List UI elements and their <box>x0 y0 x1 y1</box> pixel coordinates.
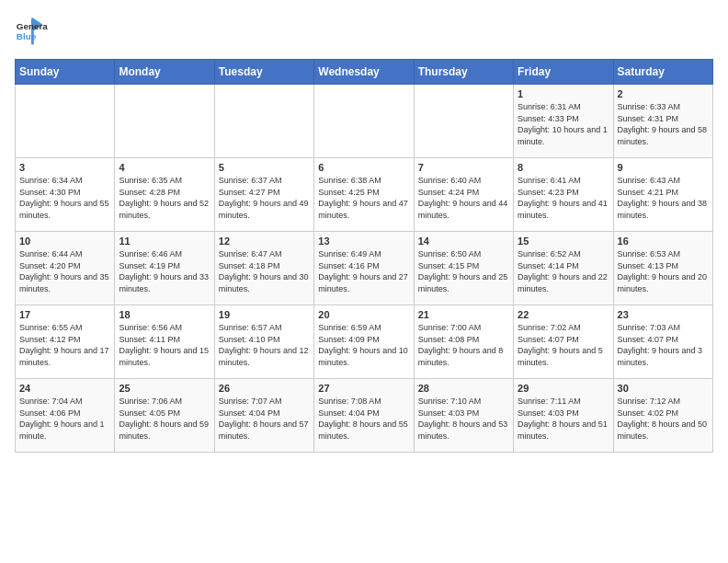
calendar-cell: 19Sunrise: 6:57 AM Sunset: 4:10 PM Dayli… <box>214 305 313 379</box>
day-info: Sunrise: 6:33 AM Sunset: 4:31 PM Dayligh… <box>618 101 709 147</box>
day-number: 4 <box>119 162 210 173</box>
calendar-cell: 18Sunrise: 6:56 AM Sunset: 4:11 PM Dayli… <box>115 305 214 379</box>
column-header-monday: Monday <box>115 60 214 85</box>
calendar-cell: 13Sunrise: 6:49 AM Sunset: 4:16 PM Dayli… <box>314 232 414 305</box>
day-number: 1 <box>518 88 609 99</box>
day-number: 12 <box>219 236 310 247</box>
day-number: 26 <box>219 383 310 394</box>
calendar-cell: 22Sunrise: 7:02 AM Sunset: 4:07 PM Dayli… <box>514 305 613 379</box>
day-info: Sunrise: 7:10 AM Sunset: 4:03 PM Dayligh… <box>418 396 509 442</box>
day-info: Sunrise: 6:46 AM Sunset: 4:19 PM Dayligh… <box>119 248 210 294</box>
calendar-cell: 11Sunrise: 6:46 AM Sunset: 4:19 PM Dayli… <box>115 232 214 305</box>
day-info: Sunrise: 7:08 AM Sunset: 4:04 PM Dayligh… <box>318 396 409 442</box>
day-info: Sunrise: 6:50 AM Sunset: 4:15 PM Dayligh… <box>418 248 509 294</box>
day-info: Sunrise: 7:00 AM Sunset: 4:08 PM Dayligh… <box>418 322 509 368</box>
day-number: 28 <box>418 383 509 394</box>
calendar-cell: 5Sunrise: 6:37 AM Sunset: 4:27 PM Daylig… <box>214 158 313 232</box>
calendar-cell <box>314 85 414 158</box>
calendar-header-row: SundayMondayTuesdayWednesdayThursdayFrid… <box>16 60 713 85</box>
day-info: Sunrise: 6:47 AM Sunset: 4:18 PM Dayligh… <box>219 248 310 294</box>
day-number: 8 <box>518 162 609 173</box>
day-info: Sunrise: 7:06 AM Sunset: 4:05 PM Dayligh… <box>119 396 210 442</box>
day-info: Sunrise: 6:41 AM Sunset: 4:23 PM Dayligh… <box>518 175 609 221</box>
calendar-cell: 21Sunrise: 7:00 AM Sunset: 4:08 PM Dayli… <box>414 305 513 379</box>
calendar-cell: 26Sunrise: 7:07 AM Sunset: 4:04 PM Dayli… <box>214 379 313 453</box>
column-header-saturday: Saturday <box>613 60 712 85</box>
day-number: 16 <box>618 236 709 247</box>
calendar-cell: 20Sunrise: 6:59 AM Sunset: 4:09 PM Dayli… <box>314 305 414 379</box>
calendar-cell: 27Sunrise: 7:08 AM Sunset: 4:04 PM Dayli… <box>314 379 414 453</box>
calendar-cell: 24Sunrise: 7:04 AM Sunset: 4:06 PM Dayli… <box>16 379 115 453</box>
calendar-week-3: 10Sunrise: 6:44 AM Sunset: 4:20 PM Dayli… <box>16 232 713 305</box>
calendar-cell: 15Sunrise: 6:52 AM Sunset: 4:14 PM Dayli… <box>514 232 613 305</box>
day-number: 19 <box>219 309 310 320</box>
day-info: Sunrise: 6:53 AM Sunset: 4:13 PM Dayligh… <box>618 248 709 294</box>
day-info: Sunrise: 7:12 AM Sunset: 4:02 PM Dayligh… <box>618 396 709 442</box>
calendar-cell <box>414 85 513 158</box>
day-number: 14 <box>418 236 509 247</box>
calendar-cell: 8Sunrise: 6:41 AM Sunset: 4:23 PM Daylig… <box>514 158 613 232</box>
day-number: 10 <box>19 236 110 247</box>
calendar-cell: 3Sunrise: 6:34 AM Sunset: 4:30 PM Daylig… <box>16 158 115 232</box>
day-info: Sunrise: 6:56 AM Sunset: 4:11 PM Dayligh… <box>119 322 210 368</box>
calendar-cell: 9Sunrise: 6:43 AM Sunset: 4:21 PM Daylig… <box>613 158 712 232</box>
calendar-cell: 6Sunrise: 6:38 AM Sunset: 4:25 PM Daylig… <box>314 158 414 232</box>
calendar-cell: 29Sunrise: 7:11 AM Sunset: 4:03 PM Dayli… <box>514 379 613 453</box>
day-number: 18 <box>119 309 210 320</box>
calendar-cell: 7Sunrise: 6:40 AM Sunset: 4:24 PM Daylig… <box>414 158 513 232</box>
day-info: Sunrise: 6:49 AM Sunset: 4:16 PM Dayligh… <box>318 248 409 294</box>
column-header-sunday: Sunday <box>16 60 115 85</box>
day-number: 29 <box>518 383 609 394</box>
day-info: Sunrise: 6:55 AM Sunset: 4:12 PM Dayligh… <box>19 322 110 368</box>
calendar-cell: 17Sunrise: 6:55 AM Sunset: 4:12 PM Dayli… <box>16 305 115 379</box>
day-info: Sunrise: 7:07 AM Sunset: 4:04 PM Dayligh… <box>219 396 310 442</box>
calendar-cell: 1Sunrise: 6:31 AM Sunset: 4:33 PM Daylig… <box>514 85 613 158</box>
day-info: Sunrise: 6:57 AM Sunset: 4:10 PM Dayligh… <box>219 322 310 368</box>
day-info: Sunrise: 7:03 AM Sunset: 4:07 PM Dayligh… <box>618 322 709 368</box>
column-header-tuesday: Tuesday <box>214 60 313 85</box>
column-header-thursday: Thursday <box>414 60 513 85</box>
svg-text:General: General <box>17 21 48 31</box>
day-number: 15 <box>518 236 609 247</box>
day-number: 20 <box>318 309 409 320</box>
day-number: 25 <box>119 383 210 394</box>
day-number: 21 <box>418 309 509 320</box>
calendar-cell <box>16 85 115 158</box>
day-info: Sunrise: 7:02 AM Sunset: 4:07 PM Dayligh… <box>518 322 609 368</box>
calendar-cell: 14Sunrise: 6:50 AM Sunset: 4:15 PM Dayli… <box>414 232 513 305</box>
calendar-table: SundayMondayTuesdayWednesdayThursdayFrid… <box>15 59 713 453</box>
calendar-cell: 25Sunrise: 7:06 AM Sunset: 4:05 PM Dayli… <box>115 379 214 453</box>
column-header-friday: Friday <box>514 60 613 85</box>
day-number: 2 <box>618 88 709 99</box>
day-info: Sunrise: 6:40 AM Sunset: 4:24 PM Dayligh… <box>418 175 509 221</box>
day-info: Sunrise: 7:04 AM Sunset: 4:06 PM Dayligh… <box>19 396 110 442</box>
day-info: Sunrise: 6:59 AM Sunset: 4:09 PM Dayligh… <box>318 322 409 368</box>
calendar-week-4: 17Sunrise: 6:55 AM Sunset: 4:12 PM Dayli… <box>16 305 713 379</box>
day-number: 5 <box>219 162 310 173</box>
day-number: 3 <box>19 162 110 173</box>
day-info: Sunrise: 6:31 AM Sunset: 4:33 PM Dayligh… <box>518 101 609 147</box>
day-number: 6 <box>318 162 409 173</box>
calendar-cell <box>115 85 214 158</box>
logo-icon: GeneralBlue <box>15 15 48 48</box>
page-header: GeneralBlue <box>15 15 713 48</box>
calendar-cell: 16Sunrise: 6:53 AM Sunset: 4:13 PM Dayli… <box>613 232 712 305</box>
day-info: Sunrise: 6:44 AM Sunset: 4:20 PM Dayligh… <box>19 248 110 294</box>
calendar-cell <box>214 85 313 158</box>
calendar-cell: 28Sunrise: 7:10 AM Sunset: 4:03 PM Dayli… <box>414 379 513 453</box>
day-info: Sunrise: 7:11 AM Sunset: 4:03 PM Dayligh… <box>518 396 609 442</box>
day-number: 13 <box>318 236 409 247</box>
day-number: 27 <box>318 383 409 394</box>
calendar-week-5: 24Sunrise: 7:04 AM Sunset: 4:06 PM Dayli… <box>16 379 713 453</box>
logo: GeneralBlue <box>15 15 48 48</box>
calendar-week-2: 3Sunrise: 6:34 AM Sunset: 4:30 PM Daylig… <box>16 158 713 232</box>
day-info: Sunrise: 6:34 AM Sunset: 4:30 PM Dayligh… <box>19 175 110 221</box>
day-info: Sunrise: 6:35 AM Sunset: 4:28 PM Dayligh… <box>119 175 210 221</box>
day-info: Sunrise: 6:43 AM Sunset: 4:21 PM Dayligh… <box>618 175 709 221</box>
svg-text:Blue: Blue <box>17 31 37 41</box>
calendar-cell: 30Sunrise: 7:12 AM Sunset: 4:02 PM Dayli… <box>613 379 712 453</box>
day-number: 17 <box>19 309 110 320</box>
day-number: 7 <box>418 162 509 173</box>
calendar-cell: 4Sunrise: 6:35 AM Sunset: 4:28 PM Daylig… <box>115 158 214 232</box>
column-header-wednesday: Wednesday <box>314 60 414 85</box>
